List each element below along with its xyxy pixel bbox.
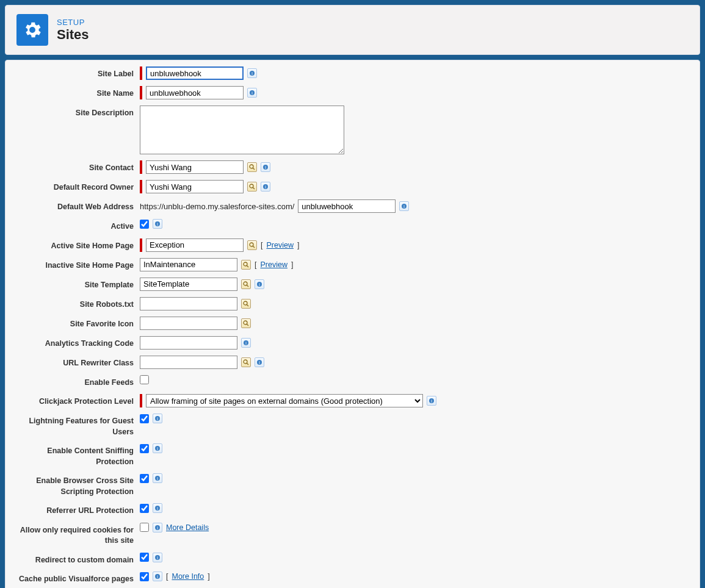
- info-icon[interactable]: i: [153, 503, 162, 513]
- label-site-label: Site Label: [12, 66, 140, 80]
- label-analytics: Analytics Tracking Code: [12, 336, 140, 350]
- label-cookies: Allow only required cookies for this sit…: [12, 523, 140, 547]
- svg-point-18: [244, 262, 247, 266]
- favicon-input[interactable]: [140, 317, 237, 330]
- site-label-input[interactable]: [146, 66, 244, 80]
- setup-breadcrumb: SETUP: [57, 18, 89, 27]
- enable-feeds-checkbox[interactable]: [140, 375, 149, 384]
- label-site-name: Site Name: [12, 86, 140, 99]
- info-icon[interactable]: i: [255, 357, 264, 367]
- label-inactive-home: Inactive Site Home Page: [12, 258, 140, 271]
- preview-link[interactable]: Preview: [260, 260, 287, 269]
- svg-point-24: [244, 301, 247, 305]
- site-form: Site Label i Site Name i Site Descriptio…: [5, 60, 700, 588]
- bracket: ]: [291, 260, 293, 269]
- robots-input[interactable]: [140, 297, 237, 310]
- svg-line-31: [247, 363, 248, 365]
- lookup-icon[interactable]: [241, 357, 251, 367]
- info-icon[interactable]: i: [153, 219, 162, 229]
- label-lightning-guest: Lightning Features for Guest Users: [12, 414, 140, 437]
- lightning-guest-checkbox[interactable]: [140, 414, 149, 423]
- required-indicator: [140, 160, 142, 174]
- info-icon[interactable]: i: [153, 553, 162, 562]
- default-record-owner-input[interactable]: [146, 180, 244, 193]
- required-indicator: [140, 180, 142, 193]
- svg-point-8: [250, 184, 253, 188]
- svg-line-19: [247, 265, 248, 267]
- info-icon[interactable]: i: [153, 473, 162, 483]
- label-active-home: Active Site Home Page: [12, 238, 140, 252]
- label-enable-feeds: Enable Feeds: [12, 375, 140, 389]
- lookup-icon[interactable]: [241, 279, 251, 289]
- label-site-contact: Site Contact: [12, 160, 140, 174]
- gear-icon: [16, 14, 48, 46]
- svg-point-16: [250, 243, 253, 246]
- label-url-rewriter: URL Rewriter Class: [12, 356, 140, 369]
- info-icon[interactable]: i: [247, 88, 257, 98]
- analytics-input[interactable]: [140, 336, 237, 350]
- label-favicon: Site Favorite Icon: [12, 317, 140, 330]
- bracket: [: [261, 241, 262, 249]
- lookup-icon[interactable]: [241, 318, 251, 328]
- info-icon[interactable]: i: [427, 396, 436, 406]
- site-contact-input[interactable]: [146, 160, 244, 174]
- svg-point-30: [244, 360, 247, 364]
- referrer-checkbox[interactable]: [140, 504, 149, 513]
- active-checkbox[interactable]: [140, 220, 149, 229]
- required-indicator: [140, 394, 142, 407]
- svg-line-27: [247, 324, 248, 326]
- site-name-input[interactable]: [146, 86, 244, 99]
- required-indicator: [140, 238, 142, 252]
- lookup-icon[interactable]: [247, 182, 257, 192]
- lookup-icon[interactable]: [247, 240, 257, 250]
- bracket: [: [166, 572, 168, 581]
- label-referrer: Referrer URL Protection: [12, 503, 140, 517]
- svg-point-20: [244, 282, 247, 285]
- bracket: ]: [208, 572, 209, 581]
- preview-link[interactable]: Preview: [266, 241, 293, 249]
- clickjack-select[interactable]: Allow framing of site pages on external …: [146, 394, 423, 407]
- cache-vf-checkbox[interactable]: [140, 572, 149, 581]
- info-icon[interactable]: i: [153, 443, 162, 453]
- label-default-record-owner: Default Record Owner: [12, 180, 140, 193]
- svg-point-26: [244, 321, 247, 324]
- active-home-input[interactable]: [146, 238, 244, 252]
- label-redirect: Redirect to custom domain: [12, 553, 140, 566]
- inactive-home-input[interactable]: [140, 258, 237, 271]
- xss-checkbox[interactable]: [140, 474, 149, 483]
- info-icon[interactable]: i: [153, 523, 162, 532]
- info-icon[interactable]: i: [399, 201, 409, 211]
- info-icon[interactable]: i: [255, 279, 264, 289]
- svg-line-9: [253, 187, 255, 189]
- bracket: ]: [297, 241, 299, 249]
- site-description-input[interactable]: [140, 106, 344, 154]
- url-rewriter-input[interactable]: [140, 356, 237, 369]
- bracket: [: [255, 260, 256, 269]
- info-icon[interactable]: i: [241, 338, 251, 348]
- info-icon[interactable]: i: [153, 414, 162, 423]
- svg-line-25: [247, 304, 248, 306]
- svg-line-17: [253, 246, 255, 248]
- lookup-icon[interactable]: [241, 299, 251, 309]
- svg-line-21: [247, 285, 248, 287]
- lookup-icon[interactable]: [247, 162, 257, 172]
- default-web-address-input[interactable]: [298, 199, 396, 213]
- lookup-icon[interactable]: [241, 260, 251, 270]
- site-template-input[interactable]: [140, 278, 237, 291]
- required-indicator: [140, 86, 142, 99]
- label-site-description: Site Description: [12, 106, 140, 119]
- info-icon[interactable]: i: [261, 162, 270, 172]
- redirect-checkbox[interactable]: [140, 553, 149, 562]
- label-site-template: Site Template: [12, 278, 140, 291]
- more-details-link[interactable]: More Details: [166, 523, 209, 532]
- more-info-link[interactable]: More Info: [172, 572, 204, 581]
- label-xss: Enable Browser Cross Site Scripting Prot…: [12, 473, 140, 497]
- info-icon[interactable]: i: [153, 572, 162, 581]
- label-robots: Site Robots.txt: [12, 297, 140, 310]
- info-icon[interactable]: i: [247, 68, 257, 78]
- web-address-prefix: https://unblu-demo.my.salesforce-sites.c…: [140, 202, 294, 211]
- info-icon[interactable]: i: [261, 182, 270, 192]
- content-sniffing-checkbox[interactable]: [140, 444, 149, 453]
- svg-line-5: [253, 168, 255, 170]
- cookies-checkbox[interactable]: [140, 523, 149, 532]
